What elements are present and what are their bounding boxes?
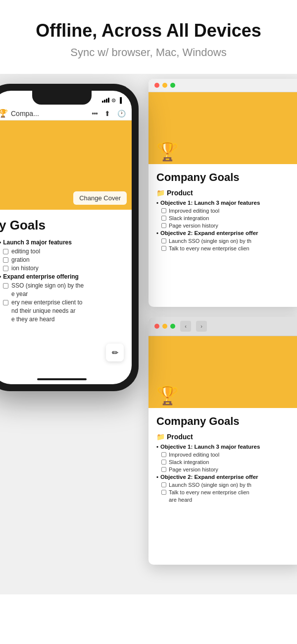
phone-objective1: • Launch 3 major features <box>0 239 125 246</box>
traffic-light-yellow-2[interactable] <box>162 324 167 329</box>
browser-trophy-icon: 🏆 <box>156 141 179 162</box>
browser-titlebar-1 <box>148 79 297 92</box>
phone-cover: Change Cover <box>0 120 132 210</box>
browser-checkbox-icon[interactable] <box>161 460 166 465</box>
browser-checkbox-icon[interactable] <box>161 216 166 221</box>
phone-checkbox5c: e they are heard <box>0 316 125 323</box>
browser-doc-1: Company Goals 📁 Product • Objective 1: L… <box>148 164 297 260</box>
back-button[interactable]: ‹ <box>180 321 191 332</box>
browser-checkbox2[interactable]: Slack integration <box>156 215 294 221</box>
page-subtitle: Sync w/ browser, Mac, Windows <box>10 46 287 59</box>
signal-bar-1 <box>102 101 103 103</box>
header-section: Offline, Across All Devices Sync w/ brow… <box>0 0 297 74</box>
browser-content-2: 🏆 Company Goals 📁 Product • Objective 1:… <box>148 336 297 565</box>
checkbox-icon[interactable] <box>3 249 8 254</box>
browser2-checkbox3[interactable]: Page version history <box>156 467 294 472</box>
forward-button[interactable]: › <box>196 321 207 332</box>
browser2-objective2: • Objective 2: Expand enterprise offer <box>156 474 294 480</box>
signal-bar-3 <box>106 99 107 103</box>
browser2-checkbox2[interactable]: Slack integration <box>156 459 294 465</box>
traffic-light-green-2[interactable] <box>170 324 175 329</box>
traffic-light-red[interactable] <box>154 83 159 88</box>
browser-trophy-icon-2: 🏆 <box>156 385 179 406</box>
signal-bar-4 <box>108 98 109 103</box>
traffic-light-yellow[interactable] <box>162 83 167 88</box>
scroll-indicator <box>37 378 87 380</box>
phone-content: Change Cover y Goals • Launch 3 major fe… <box>0 120 132 369</box>
more-options-icon[interactable]: ••• <box>92 110 98 117</box>
status-icons: ⊜ ▐ <box>102 97 122 104</box>
phone-checkbox4b: e year <box>0 291 125 297</box>
toolbar-title: Compa... <box>11 110 39 117</box>
phone-notch <box>32 91 92 105</box>
traffic-light-green[interactable] <box>170 83 175 88</box>
main-content: ⊜ ▐ 🏆 Compa... ••• ⬆ 🕐 <box>0 74 297 594</box>
phone-checkbox1[interactable]: editing tool <box>0 248 125 255</box>
signal-bar-2 <box>104 100 105 103</box>
browser-checkbox-icon[interactable] <box>161 246 166 251</box>
browser-content-1: 🏆 Company Goals 📁 Product • Objective 1:… <box>148 92 297 304</box>
signal-icon <box>102 98 109 103</box>
browser-checkbox-icon[interactable] <box>161 452 166 457</box>
browser-objective2: • Objective 2: Expand enterprise offer <box>156 230 294 236</box>
browser-cover-2: 🏆 <box>148 336 297 408</box>
browser-checkbox4[interactable]: Launch SSO (single sign on) by th <box>156 238 294 244</box>
browser-doc-title-1: Company Goals <box>156 171 294 184</box>
browser2-checkbox5[interactable]: Talk to every new enterprise clien <box>156 489 294 495</box>
browser-doc-2: Company Goals 📁 Product • Objective 1: L… <box>148 408 297 511</box>
phone-checkbox4[interactable]: SSO (single sign on) by the <box>0 282 125 289</box>
browser-checkbox-icon[interactable] <box>161 467 166 472</box>
browser-checkbox1[interactable]: Improved editing tool <box>156 208 294 214</box>
browser-window-2: ‹ › 🏆 Company Goals 📁 Product • Objectiv… <box>148 317 297 565</box>
page-title: Offline, Across All Devices <box>10 20 287 41</box>
browser-checkbox-icon[interactable] <box>161 238 166 243</box>
traffic-light-red-2[interactable] <box>154 324 159 329</box>
browser-checkbox3[interactable]: Page version history <box>156 223 294 229</box>
browser-checkbox-icon[interactable] <box>161 482 166 487</box>
checkbox-icon[interactable] <box>3 283 8 289</box>
browser2-checkbox1[interactable]: Improved editing tool <box>156 452 294 458</box>
phone-doc-title: y Goals <box>0 218 125 233</box>
browser-section-2: 📁 Product <box>156 433 294 441</box>
history-icon[interactable]: 🕐 <box>117 110 126 117</box>
browser-checkbox-icon[interactable] <box>161 490 166 495</box>
wifi-icon: ⊜ <box>111 97 116 104</box>
share-icon[interactable]: ⬆ <box>104 110 110 117</box>
edit-fab-button[interactable]: ✏ <box>106 344 124 361</box>
browser-window-1: 🏆 Company Goals 📁 Product • Objective 1:… <box>148 79 297 307</box>
toolbar-icons: ••• ⬆ 🕐 <box>92 110 126 117</box>
browser-section-1: 📁 Product <box>156 189 294 197</box>
phone-objective2: • Expand enterprise offering <box>0 273 125 280</box>
phone-checkbox5[interactable]: ery new enterprise client to <box>0 299 125 306</box>
phone-checkbox3[interactable]: ion history <box>0 265 125 272</box>
browser-doc-title-2: Company Goals <box>156 415 294 428</box>
phone-checkbox2[interactable]: gration <box>0 256 125 263</box>
checkbox-icon[interactable] <box>3 266 8 271</box>
checkbox-icon[interactable] <box>3 300 8 305</box>
browser2-objective1: • Objective 1: Launch 3 major features <box>156 444 294 450</box>
browser-titlebar-2: ‹ › <box>148 317 297 336</box>
browser-objective1: • Objective 1: Launch 3 major features <box>156 200 294 206</box>
browser-checkbox-icon[interactable] <box>161 223 166 228</box>
trophy-icon: 🏆 <box>0 109 8 118</box>
browser-checkbox5[interactable]: Talk to every new enterprise clien <box>156 245 294 251</box>
phone-mockup: ⊜ ▐ 🏆 Compa... ••• ⬆ 🕐 <box>0 84 139 391</box>
browser2-checkbox4[interactable]: Launch SSO (single sign on) by th <box>156 482 294 488</box>
change-cover-button[interactable]: Change Cover <box>73 191 127 205</box>
phone-toolbar: 🏆 Compa... ••• ⬆ 🕐 <box>0 107 132 120</box>
checkbox-icon[interactable] <box>3 257 8 263</box>
phone-doc-content: y Goals • Launch 3 major features editin… <box>0 210 132 332</box>
browser2-checkbox5b: are heard <box>156 497 294 503</box>
phone-screen: ⊜ ▐ 🏆 Compa... ••• ⬆ 🕐 <box>0 91 132 384</box>
browser-checkbox-icon[interactable] <box>161 208 166 213</box>
battery-icon: ▐ <box>118 97 122 103</box>
phone-checkbox5b: nd their unique needs ar <box>0 307 125 314</box>
browser-cover-1: 🏆 <box>148 92 297 164</box>
toolbar-left: 🏆 Compa... <box>0 109 39 118</box>
